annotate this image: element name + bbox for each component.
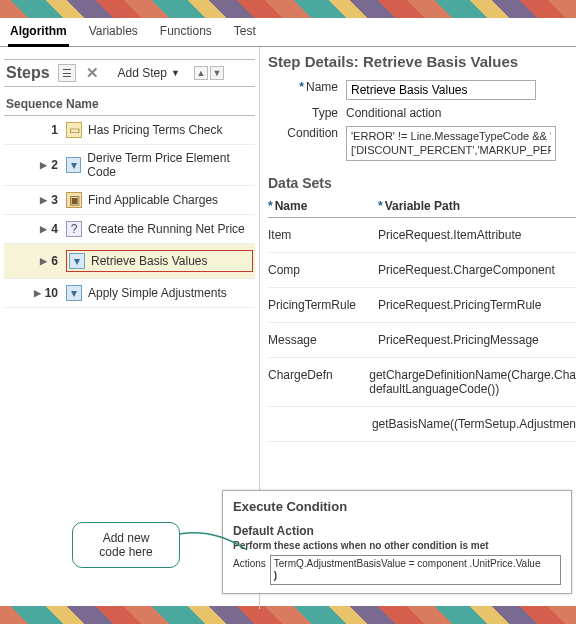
callout-text: code here <box>79 545 173 559</box>
ds-name <box>268 417 372 431</box>
ds-var: PriceRequest.ChargeComponent <box>378 263 576 277</box>
caret-down-icon: ▼ <box>171 68 180 78</box>
name-input[interactable] <box>346 80 536 100</box>
tab-test[interactable]: Test <box>232 22 258 46</box>
expand-icon[interactable]: ▶ <box>40 160 47 170</box>
dataset-row[interactable]: CompPriceRequest.ChargeComponent <box>268 253 576 288</box>
required-mark: * <box>299 80 304 94</box>
list-view-icon[interactable]: ☰ <box>58 64 76 82</box>
datasets-columns: *Name *Variable Path <box>268 195 576 218</box>
funnel-icon: ▾ <box>66 285 82 301</box>
col-sequence: Sequence <box>4 93 64 115</box>
step-row[interactable]: 1 ▭Has Pricing Terms Check <box>4 116 255 145</box>
ds-var: getBasisName((TermSetup.Adjustmen <box>372 417 576 431</box>
dataset-row[interactable]: MessagePriceRequest.PricingMessage <box>268 323 576 358</box>
seq-num: 6 <box>51 254 58 268</box>
steps-toolbar: Steps ☰ ✕ Add Step ▼ ▲ ▼ <box>4 59 255 87</box>
ds-name: PricingTermRule <box>268 298 378 312</box>
dataset-row[interactable]: ItemPriceRequest.ItemAttribute <box>268 218 576 253</box>
col-ds-var: Variable Path <box>385 199 460 213</box>
step-name: Has Pricing Terms Check <box>88 123 222 137</box>
condition-line: ['DISCOUNT_PERCENT','MARKUP_PERCEN <box>351 143 551 157</box>
steps-columns: Sequence Name <box>4 93 255 116</box>
callout-text: Add new <box>79 531 173 545</box>
dataset-row[interactable]: PricingTermRulePriceRequest.PricingTermR… <box>268 288 576 323</box>
value-type: Conditional action <box>346 106 576 120</box>
main-tabs: Algorithm Variables Functions Test <box>0 18 576 47</box>
expand-icon[interactable]: ▶ <box>40 224 47 234</box>
seq-num: 1 <box>51 123 58 137</box>
briefcase-icon: ▣ <box>66 192 82 208</box>
col-name: Name <box>64 93 255 115</box>
condition-line: 'ERROR' != Line.MessageTypeCode && 'SIMP <box>351 129 551 143</box>
decorative-strip-top <box>0 0 576 18</box>
step-row[interactable]: ▶2 ▾Derive Term Price Element Code <box>4 145 255 186</box>
step-row-selected[interactable]: ▶6 ▾Retrieve Basis Values <box>4 244 255 279</box>
reorder-controls: ▲ ▼ <box>194 66 224 80</box>
execute-condition-heading: Execute Condition <box>233 499 561 514</box>
actions-row: Actions TermQ.AdjustmentBasisValue = com… <box>233 555 561 585</box>
step-name: Apply Simple Adjustments <box>88 286 227 300</box>
delete-step-icon[interactable]: ✕ <box>84 64 102 82</box>
dataset-row[interactable]: ChargeDefngetChargeDefinitionName(Charge… <box>268 358 576 407</box>
funnel-icon: ▾ <box>66 157 81 173</box>
dataset-row[interactable]: getBasisName((TermSetup.Adjustmen <box>268 407 576 442</box>
step-name: Derive Term Price Element Code <box>87 151 253 179</box>
condition-textarea[interactable]: 'ERROR' != Line.MessageTypeCode && 'SIMP… <box>346 126 556 161</box>
move-down-icon[interactable]: ▼ <box>210 66 224 80</box>
document-icon: ▭ <box>66 122 82 138</box>
step-row[interactable]: ▶4 ?Create the Running Net Price <box>4 215 255 244</box>
step-name: Find Applicable Charges <box>88 193 218 207</box>
ds-name: Item <box>268 228 378 242</box>
default-action-subtext: Perform these actions when no other cond… <box>233 540 561 551</box>
step-name: Retrieve Basis Values <box>91 254 208 268</box>
step-row[interactable]: ▶3 ▣Find Applicable Charges <box>4 186 255 215</box>
details-heading: Step Details: Retrieve Basis Values <box>268 53 576 70</box>
annotation-callout: Add new code here <box>72 522 180 568</box>
tab-functions[interactable]: Functions <box>158 22 214 46</box>
seq-num: 10 <box>45 286 58 300</box>
execute-condition-panel: Execute Condition Default Action Perform… <box>222 490 572 594</box>
ds-name: ChargeDefn <box>268 368 369 396</box>
tab-variables[interactable]: Variables <box>87 22 140 46</box>
seq-num: 4 <box>51 222 58 236</box>
action-code-line: TermQ.AdjustmentBasisValue = component .… <box>274 558 557 570</box>
ds-name: Message <box>268 333 378 347</box>
expand-icon[interactable]: ▶ <box>40 195 47 205</box>
expand-icon[interactable]: ▶ <box>40 256 47 266</box>
steps-title: Steps <box>6 64 50 82</box>
step-name: Create the Running Net Price <box>88 222 245 236</box>
funnel-icon: ▾ <box>69 253 85 269</box>
datasets-heading: Data Sets <box>268 175 576 191</box>
required-mark: * <box>268 199 273 213</box>
question-icon: ? <box>66 221 82 237</box>
add-step-dropdown[interactable]: Add Step ▼ <box>118 66 180 80</box>
label-type: Type <box>268 106 346 120</box>
default-action-heading: Default Action <box>233 524 561 538</box>
ds-var: PriceRequest.PricingTermRule <box>378 298 576 312</box>
ds-var: getChargeDefinitionName(Charge.Cha defau… <box>369 368 576 396</box>
actions-label: Actions <box>233 555 266 569</box>
expand-icon[interactable]: ▶ <box>34 288 41 298</box>
ds-name: Comp <box>268 263 378 277</box>
seq-num: 2 <box>51 158 58 172</box>
step-row[interactable]: ▶10 ▾Apply Simple Adjustments <box>4 279 255 308</box>
ds-var: PriceRequest.PricingMessage <box>378 333 576 347</box>
field-condition: Condition 'ERROR' != Line.MessageTypeCod… <box>268 126 576 161</box>
seq-num: 3 <box>51 193 58 207</box>
ds-var: PriceRequest.ItemAttribute <box>378 228 576 242</box>
col-ds-name: Name <box>275 199 308 213</box>
required-mark: * <box>378 199 383 213</box>
action-code-line: ) <box>274 570 557 582</box>
label-name: Name <box>306 80 338 94</box>
field-type: Type Conditional action <box>268 106 576 120</box>
actions-textarea[interactable]: TermQ.AdjustmentBasisValue = component .… <box>270 555 561 585</box>
label-condition: Condition <box>268 126 346 140</box>
field-name: *Name <box>268 80 576 100</box>
tab-algorithm[interactable]: Algorithm <box>8 22 69 47</box>
move-up-icon[interactable]: ▲ <box>194 66 208 80</box>
add-step-label: Add Step <box>118 66 167 80</box>
